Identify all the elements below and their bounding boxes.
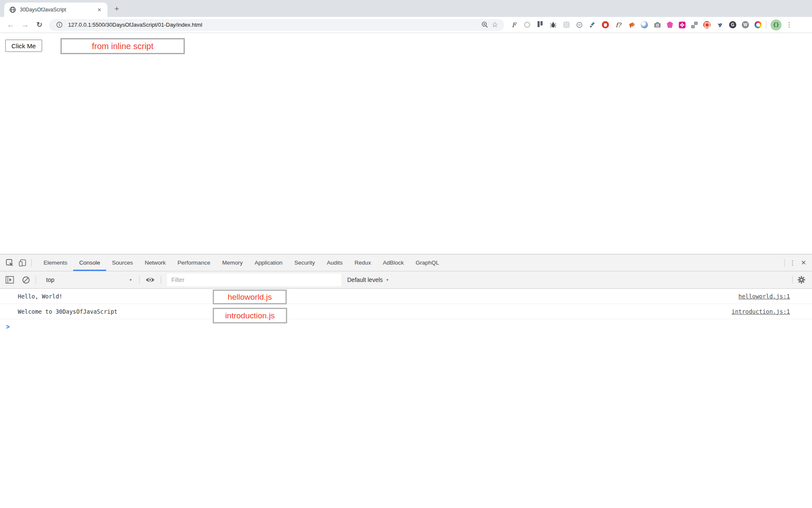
console-source-link[interactable]: helloworld.js:1 <box>738 293 790 300</box>
tab-performance[interactable]: Performance <box>172 254 216 271</box>
tab-elements[interactable]: Elements <box>38 254 73 271</box>
swirl-extension-icon[interactable] <box>641 21 648 28</box>
tab-graphql[interactable]: GraphQL <box>410 254 445 271</box>
pink-gem-extension-icon[interactable] <box>667 22 673 28</box>
tab-application[interactable]: Application <box>249 254 288 271</box>
browser-toolbar: ← → ↻ 127.0.0.1:5500/30DaysOfJavaScript/… <box>0 17 812 33</box>
gear-square-extension-icon[interactable] <box>679 22 686 28</box>
forward-icon[interactable]: → <box>19 19 31 31</box>
toolbar-separator <box>766 21 766 29</box>
devtools-menu-icon[interactable]: ⋮ <box>787 259 798 267</box>
eyedropper-extension-icon[interactable] <box>589 21 596 29</box>
console-messages: Hello, World! helloworld.js:1 Welcome to… <box>0 289 812 334</box>
tab-adblock[interactable]: AdBlock <box>377 254 410 271</box>
tab-audits[interactable]: Audits <box>321 254 349 271</box>
browser-menu-icon[interactable]: ⋮ <box>784 21 794 29</box>
extensions-row: F f? ♥ G W <box>510 21 762 29</box>
annotation-text: introduction.js <box>225 311 274 320</box>
execution-context-value: top <box>46 276 54 283</box>
tab-memory[interactable]: Memory <box>216 254 249 271</box>
devtools-tabs: Elements Console Sources Network Perform… <box>38 254 445 271</box>
console-toolbar-separator-4 <box>792 276 793 284</box>
zoom-magnifier-icon[interactable] <box>480 20 490 30</box>
console-message-text: Welcome to 30DaysOfJavaScript <box>18 308 732 315</box>
console-message-text: Hello, World! <box>18 293 738 300</box>
address-bar[interactable]: 127.0.0.1:5500/30DaysOfJavaScript/01-Day… <box>49 19 504 31</box>
inline-script-box: from inline script <box>60 38 185 54</box>
log-levels-value: Default levels <box>347 276 383 283</box>
console-toolbar: top ▼ Default levels ▼ <box>0 271 812 289</box>
tab-network[interactable]: Network <box>139 254 172 271</box>
font-question-extension-icon[interactable]: f? <box>614 21 622 29</box>
new-tab-button[interactable]: + <box>111 3 123 15</box>
annotation-box-helloworld: helloworld.js <box>213 290 287 304</box>
tab-close-icon[interactable]: × <box>96 6 103 14</box>
devtools-tab-bar: Elements Console Sources Network Perform… <box>0 254 812 271</box>
live-expression-eye-icon[interactable] <box>144 274 156 285</box>
console-prompt[interactable]: > <box>0 319 812 334</box>
prompt-chevron-icon: > <box>6 323 10 331</box>
profile-avatar[interactable]: {} <box>771 19 782 30</box>
g-circle-extension-icon[interactable]: G <box>729 21 736 28</box>
tab-title: 30DaysOfJavaScript <box>20 7 96 13</box>
console-sidebar-toggle-icon[interactable] <box>3 274 16 285</box>
devtools-panel: Elements Console Sources Network Perform… <box>0 254 812 508</box>
execution-context-select[interactable]: top ▼ <box>38 276 137 283</box>
dot-grid-extension-icon[interactable] <box>562 21 570 29</box>
clear-console-icon[interactable] <box>19 274 32 285</box>
bug-extension-icon[interactable] <box>549 21 557 29</box>
console-message-row: Welcome to 30DaysOfJavaScript introducti… <box>0 304 812 319</box>
tabbar-separator <box>31 259 32 267</box>
camera-extension-icon[interactable] <box>653 21 661 29</box>
reload-icon[interactable]: ↻ <box>33 19 45 31</box>
columns-extension-icon[interactable] <box>536 21 544 29</box>
tabbar-right-separator <box>785 259 785 267</box>
console-toolbar-separator-2 <box>139 276 140 284</box>
lens-ring-extension-icon[interactable] <box>523 21 531 29</box>
red-app-extension-icon[interactable] <box>703 21 710 28</box>
tab-redux[interactable]: Redux <box>348 254 377 271</box>
chevron-down-icon: ▼ <box>386 278 389 282</box>
devtools-close-icon[interactable]: × <box>798 258 809 268</box>
dashed-circle-extension-icon[interactable] <box>576 21 583 29</box>
filter-input[interactable] <box>167 273 341 286</box>
console-settings-gear-icon[interactable] <box>795 274 808 285</box>
device-toolbar-icon[interactable] <box>16 257 29 268</box>
back-icon[interactable]: ← <box>5 19 16 31</box>
url-text[interactable]: 127.0.0.1:5500/30DaysOfJavaScript/01-Day… <box>68 22 480 28</box>
console-toolbar-separator-3 <box>161 276 161 284</box>
inline-script-text: from inline script <box>92 41 154 51</box>
page-content: Click Me from inline script <box>0 33 812 254</box>
annotation-box-introduction: introduction.js <box>213 308 287 323</box>
click-me-button[interactable]: Click Me <box>5 39 42 52</box>
tab-sources[interactable]: Sources <box>106 254 139 271</box>
w-circle-extension-icon[interactable]: W <box>742 21 749 28</box>
inspect-element-icon[interactable] <box>3 257 16 268</box>
color-ring-extension-icon[interactable] <box>754 21 762 28</box>
info-icon[interactable] <box>54 20 64 30</box>
fonts-f-extension-icon[interactable]: F <box>510 21 518 29</box>
heart-search-extension-icon[interactable]: ♥ <box>716 21 724 29</box>
annotation-text: helloworld.js <box>228 293 272 302</box>
log-levels-select[interactable]: Default levels ▼ <box>347 276 389 283</box>
blocks-extension-icon[interactable] <box>691 22 698 28</box>
console-source-link[interactable]: introduction.js:1 <box>732 308 790 315</box>
megaphone-extension-icon[interactable] <box>628 21 635 29</box>
tab-console[interactable]: Console <box>73 254 106 271</box>
globe-favicon-icon <box>9 6 16 13</box>
tab-security[interactable]: Security <box>288 254 321 271</box>
browser-tab[interactable]: 30DaysOfJavaScript × <box>4 3 107 17</box>
chevron-down-icon: ▼ <box>129 278 132 282</box>
stop-hand-extension-icon[interactable] <box>602 21 609 28</box>
bookmark-star-icon[interactable]: ☆ <box>490 20 500 30</box>
console-message-row: Hello, World! helloworld.js:1 <box>0 289 812 304</box>
browser-tab-strip: 30DaysOfJavaScript × + <box>0 0 812 17</box>
console-toolbar-separator-1 <box>36 276 36 284</box>
